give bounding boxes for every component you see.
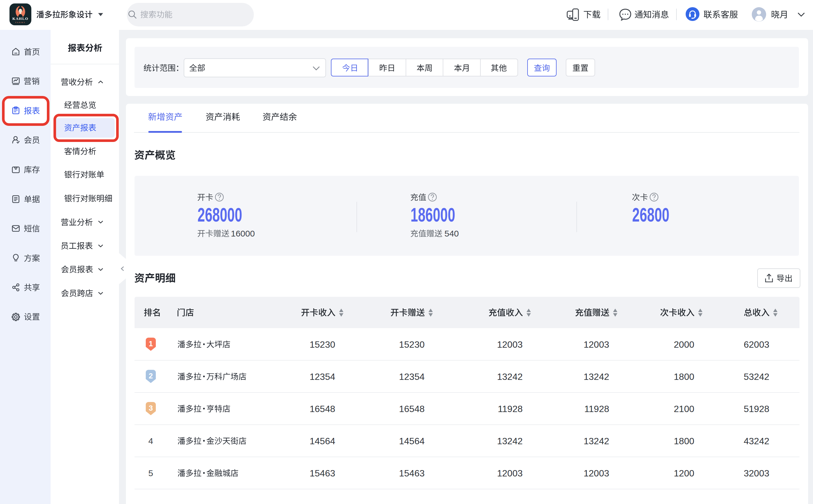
svg-text:1: 1 [149,339,153,348]
svg-text:FARMS: FARMS [15,21,26,24]
svg-text:KAHLO: KAHLO [12,16,28,21]
svg-text:3: 3 [149,404,153,412]
svg-text:2: 2 [149,372,153,380]
